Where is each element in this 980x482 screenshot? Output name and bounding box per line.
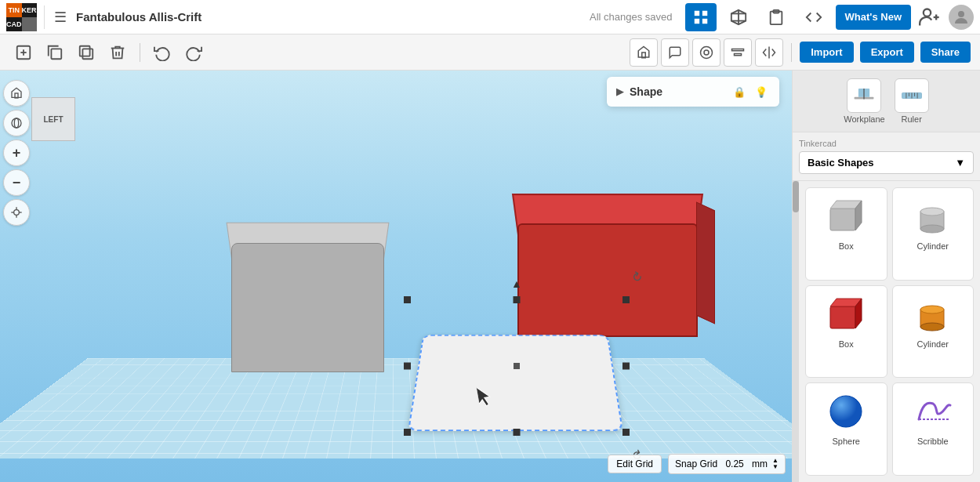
gray-box-object[interactable]	[231, 219, 384, 372]
shape-item-orange-cylinder[interactable]: Cylinder	[892, 285, 975, 379]
svg-rect-43	[830, 208, 855, 230]
snap-unit: mm	[752, 458, 768, 469]
right-panel: Workplane Ruler Tinkercad	[792, 71, 980, 482]
snap-arrows[interactable]: ▲ ▼	[772, 458, 779, 470]
shape-item-gray-box[interactable]: Box	[805, 187, 887, 281]
svg-rect-49	[830, 306, 855, 328]
svg-point-54	[920, 306, 944, 313]
scrollbar-track[interactable]	[793, 181, 799, 482]
svg-point-10	[924, 9, 931, 16]
shape-selector-dropdown[interactable]: Basic Shapes ▼	[799, 151, 974, 174]
svg-point-55	[830, 396, 862, 427]
separator	[44, 5, 45, 29]
view-cube[interactable]: LEFT	[22, 78, 85, 141]
svg-point-21	[701, 46, 713, 58]
undo-button[interactable]	[148, 38, 176, 67]
svg-point-27	[12, 118, 21, 128]
shape-name: Box	[839, 241, 854, 251]
duplicate-button[interactable]	[72, 38, 100, 67]
left-nav: + −	[3, 80, 30, 226]
shapes-grid: Box Cylinder	[799, 181, 980, 482]
orbit-nav-button[interactable]	[3, 110, 30, 136]
selected-flat-object[interactable]	[408, 335, 623, 431]
add-user-icon[interactable]	[917, 5, 942, 30]
user-avatar[interactable]	[949, 5, 974, 30]
app-title: Fantabulous Allis-Crift	[76, 10, 201, 24]
shape-category: Tinkercad	[799, 139, 974, 148]
shape-item-gray-cylinder[interactable]: Cylinder	[892, 187, 975, 281]
svg-rect-0	[694, 10, 699, 15]
workplane-label: Workplane	[844, 114, 884, 124]
shapes-area: Box Cylinder	[793, 181, 980, 482]
snap-value-input[interactable]	[720, 458, 749, 469]
shape-selector: Tinkercad Basic Shapes ▼	[793, 132, 980, 181]
hamburger-icon[interactable]: ☰	[54, 9, 67, 26]
whats-new-button[interactable]: What's New	[836, 5, 911, 30]
shape-panel-label: Shape	[630, 85, 662, 98]
svg-point-22	[704, 50, 709, 55]
workplane-button[interactable]: Workplane	[844, 78, 884, 124]
dropdown-chevron: ▼	[955, 157, 965, 169]
view-cube-label[interactable]: LEFT	[31, 97, 75, 141]
svg-rect-23	[732, 49, 744, 50]
home-nav-button[interactable]	[3, 80, 30, 107]
mirror-button[interactable]	[755, 38, 783, 67]
bottom-controls: Edit Grid Snap Grid mm ▲ ▼	[608, 454, 786, 474]
new-button[interactable]	[9, 38, 38, 67]
snap-grid-control: Snap Grid mm ▲ ▼	[668, 454, 786, 474]
ruler-button[interactable]: Ruler	[895, 78, 929, 124]
import-button[interactable]: Import	[800, 42, 853, 63]
svg-point-53	[920, 323, 944, 331]
svg-point-29	[14, 210, 20, 216]
handle-tl[interactable]	[404, 296, 411, 303]
svg-point-28	[14, 118, 18, 128]
svg-point-13	[958, 11, 964, 17]
shape-item-red-box[interactable]: Box	[805, 285, 887, 379]
shape-name: Sphere	[833, 437, 860, 446]
svg-rect-19	[82, 49, 93, 59]
home-view-button[interactable]	[630, 38, 658, 67]
svg-rect-17	[51, 49, 61, 59]
edit-grid-button[interactable]: Edit Grid	[608, 455, 662, 473]
export-button[interactable]: Export	[860, 42, 914, 63]
panel-actions: Workplane Ruler	[793, 71, 980, 132]
svg-point-48	[920, 208, 944, 216]
clipboard-button[interactable]	[760, 3, 792, 31]
delete-button[interactable]	[103, 38, 132, 67]
scrollbar-thumb[interactable]	[793, 181, 799, 212]
viewport[interactable]: LEFT + −	[0, 71, 792, 482]
shape-properties-panel: ▶ Shape 🔒 💡	[607, 77, 779, 107]
3d-view-button[interactable]	[723, 3, 754, 31]
code-button[interactable]	[798, 3, 829, 31]
svg-rect-2	[694, 18, 699, 23]
share-button[interactable]: Share	[920, 42, 971, 63]
circle-view-button[interactable]	[692, 38, 720, 67]
red-box-object[interactable]	[517, 192, 698, 337]
save-status: All changes saved	[590, 11, 673, 23]
snap-grid-label: Snap Grid	[675, 458, 717, 469]
tinkercad-logo[interactable]: TIN KER CAD	[6, 3, 34, 31]
zoom-out-button[interactable]: −	[3, 169, 30, 196]
toolbar-separator2	[791, 43, 792, 62]
comment-button[interactable]	[661, 38, 689, 67]
svg-rect-24	[735, 53, 742, 55]
redo-button[interactable]	[180, 38, 208, 67]
shape-name: Cylinder	[917, 241, 949, 251]
copy-button[interactable]	[41, 38, 69, 67]
workplane-surface	[0, 358, 792, 458]
zoom-in-button[interactable]: +	[3, 140, 30, 166]
topbar: TIN KER CAD ☰ Fantabulous Allis-Crift Al…	[0, 0, 980, 34]
shape-lock-icon[interactable]: 🔒	[731, 83, 748, 100]
svg-point-47	[920, 225, 944, 233]
shape-panel-chevron[interactable]: ▶	[616, 86, 623, 97]
grid-view-button[interactable]	[685, 3, 717, 31]
shape-name: Box	[839, 339, 854, 349]
shape-selector-name: Basic Shapes	[808, 157, 874, 169]
shape-item-scribble[interactable]: Scribble	[892, 382, 975, 476]
shape-item-sphere[interactable]: Sphere	[805, 382, 887, 476]
fit-view-button[interactable]	[3, 199, 30, 226]
align-button[interactable]	[724, 38, 752, 67]
ruler-label: Ruler	[902, 114, 922, 124]
shape-name: Cylinder	[917, 339, 949, 349]
shape-bulb-icon[interactable]: 💡	[753, 83, 770, 100]
